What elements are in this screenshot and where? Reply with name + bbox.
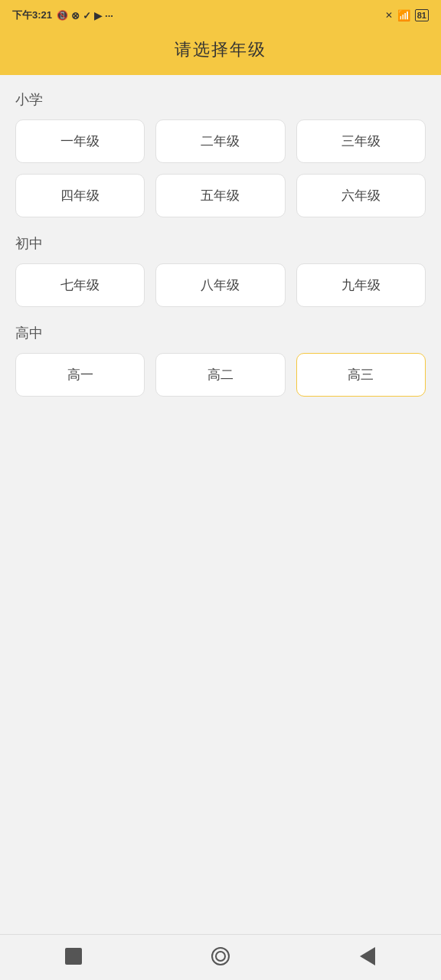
primary-school-label: 小学 — [15, 90, 426, 109]
page-title: 请选择年级 — [12, 38, 429, 61]
recent-apps-button[interactable] — [54, 941, 93, 972]
high-2-button[interactable]: 高二 — [155, 353, 285, 397]
page-header: 请选择年级 — [0, 31, 441, 75]
back-button[interactable] — [348, 941, 387, 972]
back-icon — [360, 947, 375, 965]
primary-school-section: 小学 一年级 二年级 三年级 四年级 五年级 六年级 — [15, 90, 426, 217]
battery-x-icon: ✕ — [385, 10, 393, 21]
middle-grade-grid: 七年级 八年级 九年级 — [15, 263, 426, 307]
grade-3-button[interactable]: 三年级 — [296, 119, 426, 163]
status-right: ✕ 📶 81 — [385, 9, 429, 21]
grade-6-button[interactable]: 六年级 — [296, 174, 426, 217]
grade-4-button[interactable]: 四年级 — [15, 174, 145, 217]
battery-display: 81 — [415, 9, 429, 21]
high-grade-grid: 高一 高二 高三 — [15, 353, 426, 397]
high-1-button[interactable]: 高一 — [15, 353, 145, 397]
high-3-button[interactable]: 高三 — [296, 353, 426, 397]
battery-level: 81 — [417, 11, 426, 20]
middle-school-label: 初中 — [15, 234, 426, 253]
status-left: 下午3:21 📵 ⊗ ✓ ▶ ··· — [12, 8, 113, 22]
status-bar: 下午3:21 📵 ⊗ ✓ ▶ ··· ✕ 📶 81 — [0, 0, 441, 31]
primary-grade-grid: 一年级 二年级 三年级 四年级 五年级 六年级 — [15, 119, 426, 217]
navigation-bar — [0, 934, 441, 980]
signal-icons: 📵 ⊗ ✓ ▶ ··· — [57, 10, 113, 21]
time-display: 下午3:21 — [12, 8, 52, 22]
home-icon — [211, 947, 230, 965]
grade-1-button[interactable]: 一年级 — [15, 119, 145, 163]
middle-school-section: 初中 七年级 八年级 九年级 — [15, 234, 426, 307]
grade-5-button[interactable]: 五年级 — [155, 174, 285, 217]
home-button[interactable] — [201, 941, 240, 972]
grade-selection-content: 小学 一年级 二年级 三年级 四年级 五年级 六年级 初中 七年级 八年级 九年… — [0, 75, 441, 934]
high-school-label: 高中 — [15, 324, 426, 342]
recent-apps-icon — [65, 948, 82, 965]
wifi-icon: 📶 — [397, 9, 410, 21]
grade-2-button[interactable]: 二年级 — [155, 119, 285, 163]
grade-8-button[interactable]: 八年级 — [155, 263, 285, 307]
high-school-section: 高中 高一 高二 高三 — [15, 324, 426, 397]
grade-7-button[interactable]: 七年级 — [15, 263, 145, 307]
grade-9-button[interactable]: 九年级 — [296, 263, 426, 307]
